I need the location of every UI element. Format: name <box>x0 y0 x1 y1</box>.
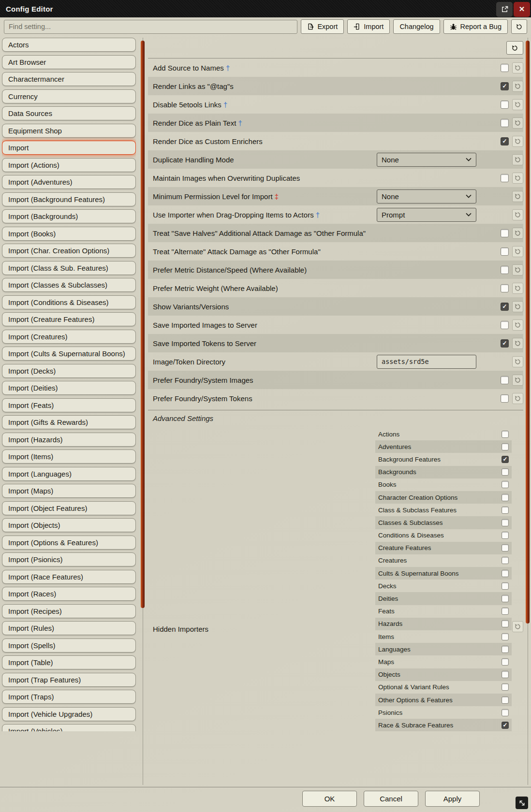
option-checkbox[interactable] <box>502 519 509 526</box>
setting-reset-button[interactable] <box>512 301 523 312</box>
setting-checkbox[interactable] <box>501 266 509 274</box>
sidebar-item-active[interactable]: Import <box>2 141 136 155</box>
setting-checkbox[interactable] <box>501 101 509 109</box>
setting-reset-button[interactable] <box>512 319 523 331</box>
setting-checkbox[interactable] <box>501 247 509 256</box>
close-button[interactable]: ✕ <box>514 2 530 17</box>
setting-reset-button[interactable] <box>512 191 523 202</box>
setting-reset-button[interactable] <box>512 117 523 129</box>
option-checkbox[interactable] <box>502 532 509 539</box>
sidebar-item[interactable]: Import (Object Features) <box>2 501 136 515</box>
setting-reset-button[interactable] <box>512 99 523 110</box>
setting-reset-button[interactable] <box>512 338 523 349</box>
sidebar-item[interactable]: Import (Race Features) <box>2 570 136 584</box>
sidebar-item[interactable]: Import (Deities) <box>2 381 136 395</box>
sidebar-item[interactable]: Import (Adventures) <box>2 175 136 189</box>
import-button[interactable]: Import <box>347 19 390 34</box>
sidebar-item[interactable]: Import (Spells) <box>2 638 136 652</box>
option-checkbox[interactable] <box>502 544 509 551</box>
ok-button[interactable]: OK <box>302 791 357 807</box>
sidebar-item[interactable]: Actors <box>2 38 136 52</box>
option-checkbox[interactable] <box>502 595 509 602</box>
option-checkbox[interactable] <box>502 671 509 678</box>
option-checkbox[interactable] <box>502 620 509 627</box>
option-checkbox[interactable] <box>502 608 509 615</box>
option-checkbox[interactable] <box>502 633 509 640</box>
setting-checkbox[interactable] <box>501 376 509 384</box>
main-scrollbar-thumb[interactable] <box>526 41 530 624</box>
option-checkbox[interactable] <box>502 582 509 590</box>
setting-checkbox-checked[interactable]: ✓ <box>501 339 509 348</box>
sidebar-item[interactable]: Import (Backgrounds) <box>2 209 136 223</box>
setting-checkbox[interactable] <box>501 321 509 329</box>
sidebar-item[interactable]: Import (Books) <box>2 227 136 241</box>
option-checkbox[interactable] <box>502 557 509 564</box>
option-checkbox[interactable] <box>502 431 509 438</box>
setting-select[interactable]: None <box>377 189 476 203</box>
sidebar-item[interactable]: Currency <box>2 89 136 103</box>
section-reset-button[interactable] <box>506 41 523 55</box>
option-checkbox[interactable] <box>502 696 509 704</box>
setting-reset-button[interactable] <box>512 136 523 147</box>
sidebar-item[interactable]: Import (Table) <box>2 655 136 669</box>
setting-reset-button[interactable] <box>512 356 523 367</box>
sidebar-item[interactable]: Import (Class & Sub. Features) <box>2 261 136 275</box>
setting-checkbox-checked[interactable]: ✓ <box>501 303 509 311</box>
setting-select[interactable]: None <box>377 153 476 167</box>
option-checkbox[interactable] <box>502 683 509 691</box>
setting-text-input[interactable] <box>377 355 476 369</box>
setting-reset-button[interactable] <box>512 393 523 404</box>
sidebar-item[interactable]: Data Sources <box>2 106 136 120</box>
sidebar-item[interactable]: Import (Objects) <box>2 518 136 532</box>
sidebar-item[interactable]: Import (Trap Features) <box>2 673 136 687</box>
popout-button[interactable] <box>496 2 513 17</box>
resize-handle[interactable] <box>516 797 528 809</box>
sidebar-item[interactable]: Import (Background Features) <box>2 192 136 206</box>
setting-reset-button[interactable] <box>512 81 523 92</box>
option-checkbox[interactable] <box>502 481 509 488</box>
sidebar-item[interactable]: Import (Vehicles) <box>2 724 136 731</box>
setting-reset-button[interactable] <box>512 246 523 257</box>
setting-checkbox[interactable] <box>501 394 509 403</box>
setting-checkbox[interactable] <box>501 229 509 237</box>
search-input[interactable] <box>4 20 297 34</box>
option-checkbox[interactable] <box>502 709 509 716</box>
sidebar-item[interactable]: Import (Creatures) <box>2 330 136 344</box>
option-checkbox-checked[interactable]: ✓ <box>502 722 509 729</box>
sidebar-item[interactable]: Import (Traps) <box>2 690 136 704</box>
sidebar-item[interactable]: Import (Classes & Subclasses) <box>2 278 136 292</box>
option-checkbox[interactable] <box>502 494 509 501</box>
option-checkbox[interactable] <box>502 468 509 476</box>
sidebar-item[interactable]: Import (Items) <box>2 450 136 464</box>
option-checkbox[interactable] <box>502 507 509 514</box>
setting-reset-button[interactable] <box>512 264 523 276</box>
sidebar-item[interactable]: Import (Conditions & Diseases) <box>2 295 136 309</box>
sidebar-item[interactable]: Import (Maps) <box>2 484 136 498</box>
option-checkbox[interactable] <box>502 443 509 450</box>
report-bug-button[interactable]: Report a Bug <box>443 19 508 34</box>
sidebar-item[interactable]: Import (Feats) <box>2 398 136 412</box>
sidebar-item[interactable]: Charactermancer <box>2 72 136 86</box>
option-checkbox[interactable] <box>502 658 509 666</box>
setting-reset-button[interactable] <box>512 283 523 294</box>
setting-checkbox-checked[interactable]: ✓ <box>501 82 509 90</box>
option-checkbox[interactable] <box>502 570 509 577</box>
sidebar-item[interactable]: Import (Actions) <box>2 158 136 172</box>
setting-reset-button[interactable] <box>512 173 523 184</box>
apply-button[interactable]: Apply <box>425 791 480 807</box>
sidebar-item[interactable]: Import (Options & Features) <box>2 536 136 550</box>
setting-reset-button[interactable] <box>512 228 523 239</box>
cancel-button[interactable]: Cancel <box>364 791 418 807</box>
setting-checkbox-checked[interactable]: ✓ <box>501 137 509 145</box>
sidebar-item[interactable]: Import (Decks) <box>2 364 136 378</box>
setting-reset-button[interactable] <box>512 154 523 165</box>
sidebar-item[interactable]: Import (Recipes) <box>2 604 136 618</box>
hidden-importers-reset-button[interactable] <box>512 621 523 632</box>
sidebar-item[interactable]: Equipment Shop <box>2 124 136 138</box>
setting-checkbox[interactable] <box>501 64 509 72</box>
option-checkbox-checked[interactable]: ✓ <box>502 456 509 463</box>
setting-reset-button[interactable] <box>512 375 523 386</box>
sidebar-item[interactable]: Import (Rules) <box>2 621 136 635</box>
option-checkbox[interactable] <box>502 646 509 653</box>
setting-reset-button[interactable] <box>512 62 523 73</box>
